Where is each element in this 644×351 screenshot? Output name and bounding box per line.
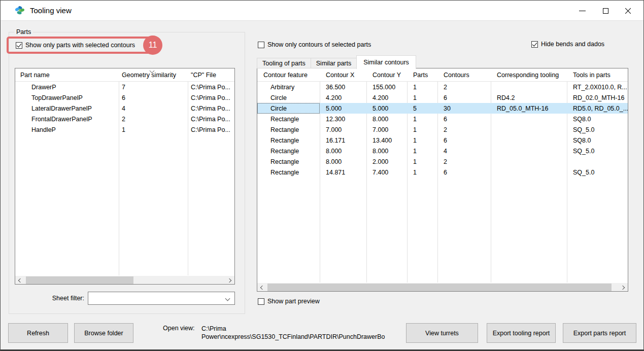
contour-row[interactable]: Rectangle 8.000 2.000 1 2 [257, 156, 628, 167]
view-turrets-button[interactable]: View turrets [406, 323, 478, 343]
parts-table-hscrollbar[interactable] [15, 275, 234, 284]
cell-parts: 1 [407, 82, 437, 92]
cell-tools-in-parts: SQ_5.0 [567, 146, 628, 156]
scroll-left-icon[interactable] [257, 283, 266, 292]
contour-row[interactable]: Rectangle 7.000 7.000 1 2 SQ_5.0 [257, 124, 628, 135]
cell-part-name: DrawerP [15, 82, 119, 92]
contour-row[interactable]: Rectangle 16.171 13.400 1 6 SQ8.0 [257, 135, 628, 146]
window-title: Tooling view [30, 6, 72, 15]
contour-row[interactable]: Arbitrary 36.500 155.000 1 2 RT_2.0X010.… [257, 82, 628, 92]
parts-table-row[interactable]: DrawerP 7 C:\Prima Po... [15, 82, 234, 92]
cell-contours: 30 [437, 103, 491, 114]
hide-bends-checkbox[interactable]: Hide bends and dados [531, 41, 604, 48]
cell-contours: 4 [437, 146, 491, 156]
contour-row[interactable]: Rectangle 12.300 8.000 1 6 SQ8.0 [257, 114, 628, 124]
column-header-contour-x[interactable]: Contour X [320, 68, 366, 81]
scroll-right-icon[interactable] [226, 276, 234, 285]
cell-tools-in-parts [567, 156, 628, 167]
cell-contour-y: 7.000 [366, 124, 407, 135]
show-only-contours-checkbox[interactable]: Show only contours of selected parts [258, 41, 371, 48]
cell-cp-file: C:\Prima Po... [188, 114, 234, 124]
show-only-parts-checkbox[interactable]: Show only parts with selected contours [16, 42, 135, 49]
cell-contours: 2 [437, 124, 491, 135]
column-header-part-name[interactable]: Part name [15, 68, 119, 81]
column-header-tools-in-parts[interactable]: Tools in parts [567, 68, 628, 81]
cell-contour-x: 16.171 [320, 135, 366, 146]
cell-cp-file: C:\Prima Po... [188, 124, 234, 135]
column-header-geometry-similarity[interactable]: Geometry similarity [119, 68, 188, 81]
parts-table-row[interactable]: TopDrawerPanelP 6 C:\Prima Po... [15, 92, 234, 103]
tab-similar-parts[interactable]: Similar parts [311, 58, 356, 68]
parts-table-row[interactable]: FrontalDrawerPanelP 2 C:\Prima Po... [15, 114, 234, 124]
minimize-icon [579, 11, 586, 11]
tab-tooling-of-parts[interactable]: Tooling of parts [257, 58, 311, 68]
cell-part-name: FrontalDrawerPanelP [15, 114, 119, 124]
checkbox-unchecked-icon [258, 42, 264, 48]
checkbox-checked-icon [16, 42, 22, 49]
cell-tools-in-parts: SQ8.0 [567, 114, 628, 124]
sheet-filter-combobox[interactable] [88, 292, 235, 305]
parts-table-header[interactable]: Part name Geometry similarity "CP" File [15, 68, 234, 82]
cell-part-name: HandleP [15, 124, 119, 135]
contour-row[interactable]: Rectangle 8.000 8.000 1 4 SQ_5.0 [257, 146, 628, 156]
contour-row-selected[interactable]: Circle 5.000 5.000 5 30 RD_05.0_MTH-16 R… [257, 103, 628, 114]
cell-contour-y: 5.000 [366, 103, 407, 114]
show-only-contours-label: Show only contours of selected parts [267, 41, 371, 48]
contours-table-hscrollbar[interactable] [257, 283, 628, 291]
column-header-contours[interactable]: Contours [437, 68, 491, 81]
main-area: Parts 11 Show only parts with selected c… [1, 21, 643, 349]
parts-table: Part name Geometry similarity "CP" File … [15, 68, 235, 285]
parts-group-label: Parts [14, 28, 33, 36]
tab-similar-contours[interactable]: Similar contours [356, 55, 416, 69]
close-button[interactable] [616, 1, 639, 21]
app-pinwheel-icon [14, 5, 25, 16]
cell-tools-in-parts: RT_2.0X010.0, R... [567, 82, 628, 92]
column-header-contour-y[interactable]: Contour Y [366, 68, 407, 81]
column-header-contour-feature[interactable]: Contour feature [257, 68, 320, 81]
cell-similarity: 7 [119, 82, 188, 92]
refresh-button[interactable]: Refresh [8, 323, 68, 343]
scrollbar-thumb[interactable] [267, 284, 612, 291]
scroll-right-icon[interactable] [619, 283, 628, 292]
similar-contours-table: Contour feature Contour X Contour Y Part… [257, 68, 628, 292]
show-part-preview-checkbox[interactable]: Show part preview [258, 298, 320, 305]
cell-contour-feature: Rectangle [257, 156, 320, 167]
cell-contour-y: 8.000 [366, 114, 407, 124]
show-part-preview-label: Show part preview [267, 298, 320, 305]
cell-corresponding-tooling: RD4.2 [491, 92, 567, 103]
tooling-view-window: Tooling view Parts 11 Show only parts wi… [0, 0, 644, 351]
minimize-button[interactable] [570, 1, 594, 21]
browse-folder-button[interactable]: Browse folder [74, 323, 133, 343]
cell-corresponding-tooling [491, 167, 567, 178]
cell-contour-y: 155.000 [366, 82, 407, 92]
cell-parts: 1 [407, 124, 437, 135]
cell-contour-feature: Rectangle [257, 135, 320, 146]
contour-row[interactable]: Circle 4.200 4.200 1 6 RD4.2 RD_02.0_MTH… [257, 92, 628, 103]
cell-corresponding-tooling [491, 114, 567, 124]
cell-contour-feature: Arbitrary [257, 82, 320, 92]
cell-contours: 2 [437, 156, 491, 167]
cell-contour-x: 7.000 [320, 124, 366, 135]
cell-contour-feature: Circle [257, 92, 320, 103]
column-header-corresponding-tooling[interactable]: Corresponding tooling [491, 68, 567, 81]
contour-row[interactable]: Rectangle 14.871 7.400 1 6 SQ_5.0 [257, 167, 628, 178]
column-header-parts[interactable]: Parts [407, 68, 437, 81]
cell-similarity: 1 [119, 124, 188, 135]
cell-tools-in-parts: RD5.0, RD_05.0_... [567, 103, 628, 114]
scrollbar-thumb[interactable] [26, 276, 133, 284]
scroll-left-icon[interactable] [15, 276, 24, 285]
checkbox-unchecked-icon [258, 298, 264, 305]
cell-contour-x: 36.500 [320, 82, 366, 92]
contours-table-header[interactable]: Contour feature Contour X Contour Y Part… [257, 68, 628, 82]
parts-table-row[interactable]: LateralDrawerPanelP 4 C:\Prima Po... [15, 103, 234, 114]
cell-contour-feature: Circle [257, 103, 320, 114]
cell-tools-in-parts: SQ_5.0 [567, 124, 628, 135]
maximize-button[interactable] [594, 1, 617, 21]
cell-contour-feature: Rectangle [257, 114, 320, 124]
export-parts-report-button[interactable]: Export parts report [563, 323, 636, 343]
parts-table-row[interactable]: HandleP 1 C:\Prima Po... [15, 124, 234, 135]
column-header-cp-file[interactable]: "CP" File [188, 68, 234, 81]
cell-parts: 5 [407, 103, 437, 114]
title-bar: Tooling view [1, 1, 643, 21]
export-tooling-report-button[interactable]: Export tooling report [487, 323, 556, 343]
